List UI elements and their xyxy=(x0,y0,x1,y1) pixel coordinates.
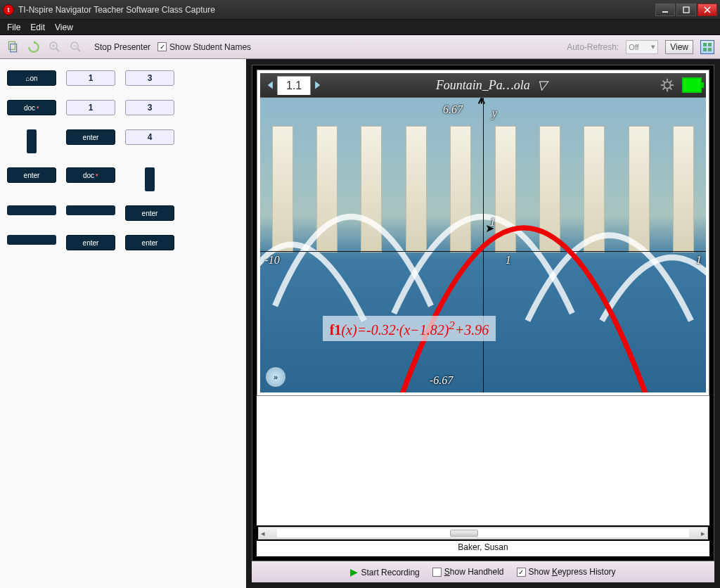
x-tick-1: 1 xyxy=(506,254,511,267)
x-right-label: 1 xyxy=(696,254,702,267)
svg-line-5 xyxy=(56,49,59,51)
refresh-icon[interactable] xyxy=(27,40,41,54)
x-left-label: -10 xyxy=(264,254,279,267)
app-icon: t xyxy=(3,4,14,15)
show-student-names-label: Show Student Names xyxy=(169,42,251,52)
maximize-button[interactable] xyxy=(676,4,696,16)
svg-line-16 xyxy=(663,81,665,83)
zoom-out-icon[interactable] xyxy=(69,40,83,54)
play-icon: ▶ xyxy=(350,566,358,577)
screen-header: 1.1 Fountain_Pa…ola ▽ xyxy=(260,73,706,97)
y-bottom-label: -6.67 xyxy=(430,374,453,387)
equation-f1: f1 xyxy=(330,322,342,338)
auto-refresh-label: Auto-Refresh: xyxy=(567,42,619,52)
equation-x: (x) xyxy=(341,322,356,338)
key-wide xyxy=(66,205,115,215)
close-button[interactable] xyxy=(698,4,717,16)
parabola-curve xyxy=(260,98,706,392)
key-doc: doc xyxy=(66,167,115,183)
student-name-label: Baker, Susan xyxy=(257,541,709,556)
equation-tail: +3.96 xyxy=(455,322,489,338)
expand-icon[interactable]: » xyxy=(266,367,285,387)
show-student-names-checkbox[interactable]: ✓ Show Student Names xyxy=(158,42,251,52)
battery-icon xyxy=(682,77,702,93)
checkmark-icon: ✓ xyxy=(517,568,526,577)
capture-pane: 1.1 Fountain_Pa…ola ▽ xyxy=(246,59,720,588)
key-enter: enter xyxy=(125,235,174,250)
svg-line-19 xyxy=(670,81,672,83)
window-title: TI-Nspire Navigator Teacher Software Cla… xyxy=(18,5,215,15)
handheld-screen[interactable]: 1.1 Fountain_Pa…ola ▽ xyxy=(257,70,709,396)
key-4: 4 xyxy=(125,129,174,145)
key-enter: enter xyxy=(66,235,115,250)
capture-whitespace xyxy=(257,396,709,525)
key-enter: enter xyxy=(7,167,56,183)
minimize-button[interactable] xyxy=(655,4,675,16)
svg-line-17 xyxy=(670,88,672,90)
checkbox-empty-icon xyxy=(432,568,442,577)
key-1: 1 xyxy=(66,70,115,86)
start-recording-button[interactable]: ▶Start Recording xyxy=(350,566,419,577)
svg-rect-0 xyxy=(662,11,668,13)
auto-refresh-value: Off xyxy=(629,43,638,51)
copy-icon[interactable] xyxy=(6,40,20,54)
view-button[interactable]: View xyxy=(665,40,693,54)
show-keypress-checkbox[interactable]: ✓ Show Keypress History xyxy=(517,567,616,577)
scrollbar-thumb[interactable] xyxy=(450,530,478,537)
scroll-left-icon[interactable]: ◂ xyxy=(259,529,267,538)
chevron-down-icon: ▾ xyxy=(651,42,655,51)
page-tab[interactable]: 1.1 xyxy=(277,76,311,95)
y-axis-label: y xyxy=(492,107,497,120)
equation-body: =-0.32·(x−1.82) xyxy=(357,322,449,338)
svg-rect-2 xyxy=(8,41,15,49)
svg-line-9 xyxy=(77,49,80,51)
key-right-arrow xyxy=(27,129,37,153)
scroll-right-icon[interactable]: ▸ xyxy=(699,529,707,538)
prev-page-icon[interactable] xyxy=(264,77,277,94)
svg-rect-3 xyxy=(11,44,17,51)
menubar: File Edit View xyxy=(0,20,720,35)
show-handheld-checkbox[interactable]: Show Handheld xyxy=(432,567,504,577)
checkmark-icon: ✓ xyxy=(158,42,167,51)
zoom-in-icon[interactable] xyxy=(48,40,62,54)
menu-file[interactable]: File xyxy=(7,23,20,32)
start-recording-label: Start Recording xyxy=(361,568,419,577)
svg-line-18 xyxy=(663,88,665,90)
chevron-down-icon: ▽ xyxy=(537,77,547,93)
key-right-arrow xyxy=(145,167,155,191)
document-name-text: Fountain_Pa…ola xyxy=(436,78,530,92)
svg-point-11 xyxy=(664,82,670,88)
toolbar: Stop Presenter ✓ Show Student Names Auto… xyxy=(0,35,720,59)
key-wide xyxy=(7,205,56,215)
y-top-label: 6.67 xyxy=(443,103,463,116)
key-3: 3 xyxy=(125,70,174,86)
graph-area[interactable]: 6.67 y 1 -10 1 1 -6.67 f1(x)=-0.32·(x−1.… xyxy=(260,97,706,392)
document-name[interactable]: Fountain_Pa…ola ▽ xyxy=(323,77,660,93)
gear-icon[interactable] xyxy=(660,77,675,93)
equation-exp: 2 xyxy=(449,319,454,332)
key-home-on: ⌂on xyxy=(7,70,56,86)
key-1: 1 xyxy=(66,100,115,115)
horizontal-scrollbar[interactable]: ◂ ▸ xyxy=(258,527,708,539)
main-area: ⌂on 1 3 doc 1 3 enter 4 enter doc enter … xyxy=(0,59,720,588)
keypress-history-pane: ⌂on 1 3 doc 1 3 enter 4 enter doc enter … xyxy=(0,59,246,588)
stop-presenter-button[interactable]: Stop Presenter xyxy=(94,42,150,52)
auto-refresh-combo[interactable]: Off ▾ xyxy=(626,40,658,54)
equation-label[interactable]: f1(x)=-0.32·(x−1.82)2+3.96 xyxy=(323,316,496,341)
key-doc: doc xyxy=(7,100,56,115)
key-enter: enter xyxy=(125,205,174,221)
key-3: 3 xyxy=(125,100,174,115)
titlebar: t TI-Nspire Navigator Teacher Software C… xyxy=(0,0,720,20)
next-page-icon[interactable] xyxy=(311,77,323,94)
cursor-icon: ➤ xyxy=(485,222,494,235)
tile-view-icon[interactable] xyxy=(700,40,714,54)
show-keypress-label: Show Keypress History xyxy=(529,567,616,577)
show-handheld-label: Show Handheld xyxy=(444,567,504,577)
key-wide xyxy=(7,235,56,245)
key-enter: enter xyxy=(66,129,115,145)
menu-edit[interactable]: Edit xyxy=(30,23,45,32)
menu-view[interactable]: View xyxy=(55,23,73,32)
bottom-toolbar: ▶Start Recording Show Handheld ✓ Show Ke… xyxy=(252,561,714,582)
svg-rect-1 xyxy=(683,7,689,13)
